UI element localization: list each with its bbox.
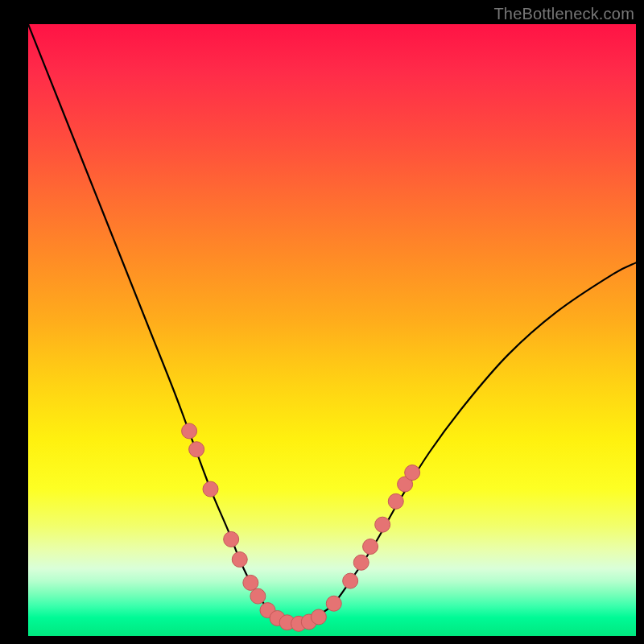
curve-marker bbox=[243, 575, 258, 590]
curve-marker bbox=[189, 442, 204, 457]
curve-marker bbox=[343, 573, 358, 588]
curve-markers bbox=[182, 423, 420, 631]
curve-marker bbox=[224, 531, 239, 547]
curve-marker bbox=[353, 555, 369, 570]
curve-marker bbox=[203, 481, 218, 497]
watermark-text: TheBottleneck.com bbox=[493, 5, 634, 23]
plot-area bbox=[28, 24, 636, 636]
curve-marker bbox=[311, 609, 326, 625]
curve-marker bbox=[405, 465, 420, 481]
curve-marker bbox=[232, 552, 247, 568]
curve-marker bbox=[388, 493, 403, 509]
curve-marker bbox=[250, 588, 266, 604]
curve-layer bbox=[28, 24, 636, 636]
curve-marker bbox=[326, 596, 341, 611]
curve-marker bbox=[182, 423, 197, 439]
curve-marker bbox=[375, 517, 390, 532]
chart-stage: TheBottleneck.com bbox=[0, 0, 644, 644]
bottleneck-curve bbox=[28, 24, 636, 625]
curve-marker bbox=[363, 539, 378, 555]
